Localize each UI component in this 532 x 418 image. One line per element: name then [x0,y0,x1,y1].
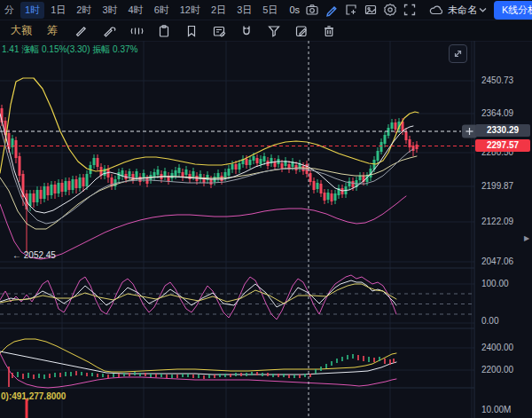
axis-label: 10.00M [481,405,511,414]
camera-icon[interactable] [305,2,319,18]
kline-analysis-button[interactable]: K线分析 [494,1,532,20]
axis-label: 2122.09 [481,217,513,226]
timeframe-2时[interactable]: 2时 [72,2,96,19]
form-edit-icon[interactable] [209,23,229,39]
timeframe-1日[interactable]: 1日 [46,2,70,19]
big-trades-button[interactable]: 大额 [11,23,32,38]
candle-countdown: 0s [289,4,300,15]
axis-label: 0.00 [481,316,498,326]
timeframe-12时[interactable]: 12时 [176,2,205,19]
crosshair-price-badge: 2330.29 [475,124,530,137]
kline-canvas[interactable] [0,41,532,418]
timeframe-2日[interactable]: 2日 [207,2,231,19]
bookmark-icon[interactable] [182,23,201,39]
note-edit-icon[interactable] [292,23,311,39]
expand-chart-button[interactable] [449,44,467,63]
timeframe-分[interactable]: 分 [0,2,19,19]
axis-label: 2450.73 [481,75,513,85]
timeframe-3日[interactable]: 3日 [232,2,256,19]
fullscreen-icon[interactable] [403,2,417,18]
axis-label: 2364.09 [481,108,513,118]
timeframe-1时[interactable]: 1时 [20,2,44,19]
axis-label: 100.00 [481,279,509,288]
axis-label: 2199.87 [481,181,513,191]
panel-collapse-arrow[interactable]: ▶ [524,234,529,242]
timeframe-3时[interactable]: 3时 [98,2,121,19]
cloud-icon[interactable] [429,2,444,18]
timeframe-6时[interactable]: 6时 [150,2,174,19]
top-toolbar: 分1时1日2时3时4时6时12时2日3日5日 0s [0,0,532,20]
kline-app: 分1时1日2时3时4时6时12时2日3日5日 0s [0,0,532,418]
timeframe-4时[interactable]: 4时 [124,2,148,19]
chips-button[interactable]: 筹 [47,23,58,38]
chart-area[interactable]: 1.41 涨幅 0.15%(3.30) 振幅 0.37% ← 2052.45 0… [0,41,532,418]
axis-label: 2200.00 [481,365,513,375]
timeframe-5日[interactable]: 5日 [258,2,282,19]
chevron-down-icon[interactable] [479,2,487,18]
magnet-icon[interactable] [237,23,256,39]
add-frame-icon[interactable] [344,2,358,18]
last-price-badge: 2297.57 [475,139,530,152]
pen-icon[interactable] [99,23,119,39]
settings-icon[interactable] [383,2,397,18]
layout-name[interactable]: 未命名 [448,4,477,17]
measure-icon[interactable] [127,23,146,39]
brush-icon[interactable] [72,23,91,39]
pencil-icon[interactable] [325,2,339,18]
axis-label: 2400.00 [481,343,513,352]
low-price-marker: ← 2052.45 [12,250,56,260]
timeframe-group: 分1时1日2时3时4时6时12时2日3日5日 [0,2,282,19]
image-icon[interactable] [364,2,378,18]
axis-label: 2047.06 [481,256,513,266]
filter-icon[interactable] [264,23,284,39]
clipboard-icon[interactable] [154,23,174,39]
trash-icon[interactable] [319,23,339,39]
price-change-legend: 1.41 涨幅 0.15%(3.30) 振幅 0.37% [2,43,137,56]
volume-legend: 0):491,277.8000 [1,391,66,401]
drawing-toolbar: 大额 筹 [0,20,532,42]
